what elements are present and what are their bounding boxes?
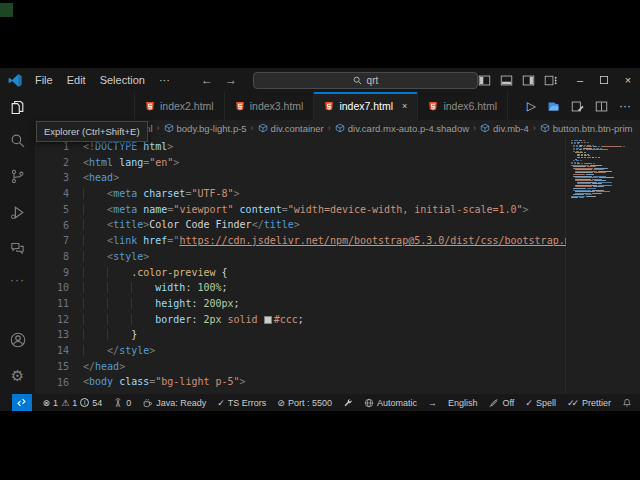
code-line-4[interactable]: <meta charset="UTF-8"> (83, 186, 640, 202)
close-icon[interactable]: × (616, 68, 640, 92)
code-editor[interactable]: 12345678910111213141516 <!DOCTYPE html><… (35, 136, 640, 394)
problems-status[interactable]: ⊗ 1 ⚠ 1 i 54 (43, 398, 103, 408)
command-center-search[interactable]: qrt (253, 72, 478, 89)
code-line-13[interactable]: } (83, 327, 640, 343)
translate-arrow: → (428, 398, 437, 408)
menu-file[interactable]: File (28, 74, 60, 86)
code-line-8[interactable]: <style> (83, 249, 640, 265)
blocked-circle-icon: ⊘ (277, 398, 285, 408)
code-line-6[interactable]: <title>Color Code Finder</title> (83, 217, 640, 233)
crumb-bodybg-lightp-5[interactable]: body.bg-light.p-5 (164, 123, 247, 134)
notifications-status[interactable] (622, 398, 632, 408)
coffee-cup-icon (142, 397, 153, 408)
remote-indicator[interactable] (12, 394, 32, 411)
code-line-3[interactable]: <head> (83, 170, 640, 186)
vscode-logo-icon (8, 73, 22, 88)
ts-errors-status[interactable]: ✓ TS Errors (217, 398, 266, 408)
menu-more[interactable]: ··· (152, 74, 177, 86)
tab-index6.html[interactable]: index6.html (418, 92, 508, 120)
toggle-secondary-sidebar-icon[interactable] (522, 74, 535, 87)
code-line-16[interactable]: <body class="bg-light p-5"> (83, 374, 640, 390)
code-line-15[interactable]: </head> (83, 359, 640, 375)
toggle-sidebar-icon[interactable] (478, 74, 491, 87)
nav-back-icon[interactable]: ← (201, 73, 213, 87)
crumb-divcontainer[interactable]: div.container (258, 123, 324, 134)
java-status[interactable]: Java: Ready (142, 397, 206, 408)
customize-layout-icon[interactable] (544, 74, 558, 87)
open-changes-icon[interactable] (571, 100, 584, 113)
code-line-5[interactable]: <meta name="viewport" content="width=dev… (83, 202, 640, 218)
minimize-icon[interactable]: – (568, 68, 592, 92)
ports-count: 0 (126, 398, 131, 408)
code-line-9[interactable]: .color-preview { (83, 265, 640, 281)
split-editor-icon[interactable] (595, 100, 608, 113)
menu-edit[interactable]: Edit (60, 74, 93, 86)
tab-under-tooltip[interactable] (35, 92, 135, 120)
code-line-1[interactable]: <!DOCTYPE html> (83, 139, 640, 155)
line-number: 14 (35, 343, 69, 359)
crumb-divmb-4[interactable]: div.mb-4 (480, 123, 529, 134)
crumb-buttonbtnbtn-prim[interactable]: button.btn.btn-prim (540, 123, 633, 134)
spell-status[interactable]: ✓ Spell (525, 398, 556, 408)
tab-label: index2.html (160, 100, 214, 112)
translate-to-status[interactable]: English (448, 398, 478, 408)
more-views-icon[interactable]: ··· (0, 266, 35, 294)
port-status[interactable]: ⊘ Port : 5500 (277, 398, 332, 408)
arrow-right-icon: → (428, 398, 437, 408)
chat-icon[interactable] (0, 230, 35, 266)
code-line-7[interactable]: <link href="https://cdn.jsdelivr.net/npm… (83, 233, 640, 249)
code-line-2[interactable]: <html lang="en"> (83, 155, 640, 171)
ports-status[interactable]: 0 (113, 398, 131, 408)
check-icon: ✓ (217, 398, 225, 408)
tab-bar: index2.htmlindex3.htmlindex7.html×index6… (35, 92, 640, 120)
broadcast-tower-icon (113, 398, 123, 408)
explorer-icon[interactable] (0, 92, 35, 122)
search-icon (353, 76, 362, 85)
prettier-text: Prettier (582, 398, 611, 408)
tab-index3.html[interactable]: index3.html (225, 92, 315, 120)
nav-forward-icon[interactable]: → (225, 73, 237, 87)
crumb-label: button.btn.btn-prim (553, 123, 633, 134)
code-line-11[interactable]: height: 200px; (83, 296, 640, 312)
line-number: 16 (35, 375, 69, 391)
highlight-off-status[interactable]: Off (488, 398, 514, 408)
line-number: 7 (35, 233, 69, 249)
css-color-swatch (264, 316, 272, 324)
code-line-14[interactable]: </style> (83, 343, 640, 359)
maximize-icon[interactable] (592, 68, 616, 92)
run-file-icon[interactable]: ▷ (527, 99, 536, 113)
live-preview-icon[interactable] (547, 100, 560, 113)
code-content[interactable]: <!DOCTYPE html><html lang="en"><head> <m… (83, 136, 640, 394)
crumb-divcardmx-autop-4shadow[interactable]: div.card.mx-auto.p-4.shadow (335, 123, 469, 134)
line-number: 10 (35, 280, 69, 296)
account-icon[interactable] (0, 322, 35, 358)
source-control-icon[interactable] (0, 158, 35, 194)
toggle-panel-icon[interactable] (500, 74, 513, 87)
line-number: 4 (35, 186, 69, 202)
settings-gear-icon[interactable]: ⚙ (0, 358, 35, 394)
minimap[interactable] (566, 136, 640, 394)
chevron-right-icon: › (529, 123, 540, 133)
editor-more-actions-icon[interactable]: ··· (619, 99, 631, 113)
translate-to: English (448, 398, 478, 408)
crumb-label: div.card.mx-auto.p-4.shadow (348, 123, 469, 134)
line-number: 2 (35, 155, 69, 171)
status-bar: ⊗ 1 ⚠ 1 i 54 0 Java: Ready ✓ TS Errors ⊘… (0, 394, 640, 411)
code-line-10[interactable]: width: 100%; (83, 280, 640, 296)
line-number: 13 (35, 327, 69, 343)
tools-status[interactable] (343, 398, 353, 408)
explorer-tooltip: Explorer (Ctrl+Shift+E) (36, 121, 148, 142)
tab-index2.html[interactable]: index2.html (135, 92, 225, 120)
tab-index7.html[interactable]: index7.html× (314, 92, 418, 120)
line-number: 15 (35, 359, 69, 375)
menu-selection[interactable]: Selection (93, 74, 152, 86)
line-number: 8 (35, 249, 69, 265)
activity-bar: ··· ⚙ (0, 92, 35, 394)
code-line-12[interactable]: border: 2px solid #ccc; (83, 312, 640, 328)
prettier-status[interactable]: ✓✓ Prettier (567, 398, 611, 408)
crumb-label: div.mb-4 (493, 123, 529, 134)
search-sidebar-icon[interactable] (0, 122, 35, 158)
run-debug-icon[interactable] (0, 194, 35, 230)
tab-close-icon[interactable]: × (402, 101, 407, 111)
translate-status[interactable]: Automatic (364, 398, 417, 408)
